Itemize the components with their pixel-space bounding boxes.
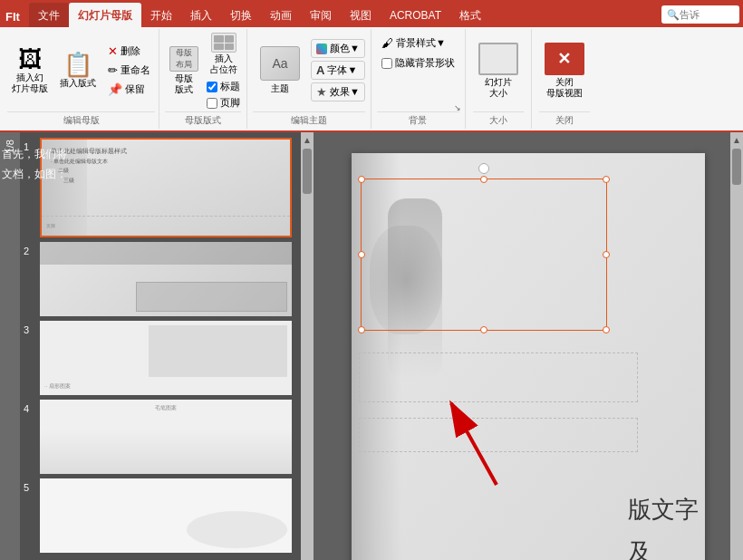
mother-layout-icon: 母版布局 (169, 46, 198, 72)
tab-start[interactable]: 开始 (141, 3, 181, 27)
bg-style-button[interactable]: 🖌 背景样式▼ (377, 34, 459, 52)
thumb-img-1[interactable]: 单击此处编辑母版标题样式 · 单击此处编辑母版文本 二级 三级 页脚 (40, 138, 292, 237)
thumb-scrollbar[interactable]: ▲ (301, 132, 314, 560)
text-line-1: 版文字 (628, 488, 700, 531)
tab-format[interactable]: 格式 (450, 3, 490, 27)
preserve-label: 保留 (125, 82, 145, 96)
search-box[interactable]: 🔍 (661, 5, 739, 24)
theme-label: 主题 (271, 82, 289, 95)
thumbnail-item-1[interactable]: 1 单击此处编辑母版标题样式 · 单击此处编辑母版文本 二级 三级 页脚 (24, 138, 297, 237)
thumbnail-item-3[interactable]: 3 ·· 扇形图案 (24, 321, 297, 395)
handle-tr[interactable] (603, 176, 610, 183)
mother-layout-button[interactable]: 母版布局 母版版式 (165, 43, 203, 98)
thumb-img-3[interactable]: ·· 扇形图案 (40, 321, 292, 395)
ribbon-tabs-bar: FIt 文件 幻灯片母版 开始 插入 切换 动画 审阅 视图 ACROBAT 格… (0, 0, 743, 27)
canvas-scroll-thumb[interactable] (732, 149, 741, 185)
effect-label: 效果▼ (330, 85, 360, 99)
group-close-label: 关闭 (539, 111, 590, 127)
slide-text-content: 版文字 及 三级 • 第四级 第五 (628, 488, 700, 560)
thumb-num-4: 4 (24, 403, 36, 414)
tab-animate[interactable]: 动画 (261, 3, 301, 27)
rename-label: 重命名 (121, 63, 150, 77)
preserve-icon: 📌 (108, 82, 122, 96)
slide-size-button[interactable]: 幻灯片大小 (473, 40, 524, 101)
search-input[interactable] (680, 9, 734, 20)
group-size-label: 大小 (473, 111, 524, 127)
insert-layout-button[interactable]: 📋 插入版式 (55, 50, 101, 92)
thumbnail-item-5[interactable]: 5 (24, 478, 297, 553)
rename-button[interactable]: ✏ 重命名 (103, 62, 155, 79)
tab-review[interactable]: 审阅 (301, 3, 341, 27)
group-mother-style-label: 母版版式 (165, 111, 241, 127)
tab-view[interactable]: 视图 (341, 3, 381, 27)
handle-ml[interactable] (358, 251, 365, 258)
title-checkbox-label: 标题 (220, 80, 240, 93)
insert-slide-master-label: 插入幻灯片母版 (12, 72, 48, 94)
thumb-num-1: 1 (24, 141, 36, 152)
hide-bg-shape-item[interactable]: 隐藏背景形状 (377, 54, 459, 72)
thumb-img-5[interactable] (40, 478, 292, 553)
thumbnail-item-4[interactable]: 4 毛笔图案 (24, 400, 297, 474)
group-bg: 🖌 背景样式▼ 隐藏背景形状 ↘ 背景 (372, 29, 466, 129)
delete-icon: ✕ (108, 44, 118, 58)
font-icon: A (316, 63, 324, 77)
selection-box[interactable] (361, 179, 607, 331)
scroll-thumb[interactable] (303, 149, 312, 194)
bg-expand-icon[interactable]: ↘ (454, 103, 461, 112)
mother-layout-label: 母版版式 (175, 73, 193, 95)
rename-icon: ✏ (108, 63, 118, 77)
handle-mr[interactable] (603, 251, 610, 258)
hide-bg-shape-checkbox[interactable] (381, 58, 392, 69)
handle-bm[interactable] (480, 326, 487, 333)
group-edit-mother-label: 编辑母版 (7, 111, 155, 127)
theme-icon: Aa (260, 46, 300, 81)
slide-canvas[interactable]: 版文字 及 三级 • 第四级 第五 (352, 153, 705, 560)
tab-slide-master[interactable]: 幻灯片母版 (69, 3, 141, 27)
insert-layout-icon: 📋 (63, 53, 92, 76)
handle-tm[interactable] (480, 176, 487, 183)
close-master-view-button[interactable]: ✕ 关闭母版视图 (539, 40, 590, 101)
tab-file[interactable]: 文件 (29, 3, 69, 27)
slide-counter: 1/8 (5, 140, 15, 153)
effect-button[interactable]: ★ 效果▼ (311, 82, 365, 101)
group-edit-theme-label: 编辑主题 (253, 111, 365, 127)
color-button[interactable]: 颜色▼ (311, 39, 365, 58)
hide-bg-shape-label: 隐藏背景形状 (395, 56, 455, 70)
ribbon-body: 🖼 插入幻灯片母版 📋 插入版式 ✕ 删除 ✏ 重命名 📌 保留 (0, 27, 743, 132)
tab-insert[interactable]: 插入 (181, 3, 221, 27)
close-master-view-icon: ✕ (545, 43, 584, 75)
font-button[interactable]: A 字体▼ (311, 61, 365, 80)
canvas-scroll-up[interactable]: ▲ (732, 134, 741, 147)
group-edit-theme: Aa 主题 颜色▼ A 字体▼ ★ 效果▼ 编辑主题 (247, 29, 372, 129)
thumbnail-item-2[interactable]: 2 (24, 242, 297, 316)
color-icon (316, 43, 327, 54)
bg-style-icon: 🖌 (381, 36, 393, 50)
title-checkbox[interactable] (207, 82, 217, 92)
thumb-img-2[interactable] (40, 242, 292, 316)
handle-rotate[interactable] (478, 163, 489, 174)
thumbnails-panel[interactable]: 1 单击此处编辑母版标题样式 · 单击此处编辑母版文本 二级 三级 页脚 (20, 132, 301, 560)
insert-slide-master-button[interactable]: 🖼 插入幻灯片母版 (7, 44, 53, 97)
handle-tl[interactable] (358, 176, 365, 183)
slide-size-label: 幻灯片大小 (485, 77, 512, 99)
bg-style-label: 背景样式▼ (396, 36, 446, 50)
footer-checkbox-item[interactable]: 页脚 (207, 96, 241, 110)
thumb-img-4[interactable]: 毛笔图案 (40, 400, 292, 474)
preserve-button[interactable]: 📌 保留 (103, 81, 155, 98)
handle-bl[interactable] (358, 326, 365, 333)
footer-checkbox[interactable] (207, 98, 217, 109)
theme-button[interactable]: Aa 主题 (253, 43, 307, 98)
font-label: 字体▼ (327, 63, 357, 77)
delete-button[interactable]: ✕ 删除 (103, 43, 155, 60)
group-size: 幻灯片大小 大小 (466, 29, 532, 129)
tab-cut[interactable]: 切换 (221, 3, 261, 27)
effect-icon: ★ (316, 85, 327, 99)
tab-acrobat[interactable]: ACROBAT (381, 3, 450, 27)
close-master-view-label: 关闭母版视图 (546, 77, 583, 99)
title-checkbox-item[interactable]: 标题 (207, 80, 241, 93)
group-mother-style: 母版布局 母版版式 插入占位符 标题 (159, 29, 247, 129)
canvas-vscroll[interactable]: ▲ (730, 132, 743, 560)
insert-placeholder-button[interactable]: 插入占位符 (207, 31, 241, 77)
scroll-up-arrow[interactable]: ▲ (303, 134, 312, 147)
handle-br[interactable] (603, 326, 610, 333)
